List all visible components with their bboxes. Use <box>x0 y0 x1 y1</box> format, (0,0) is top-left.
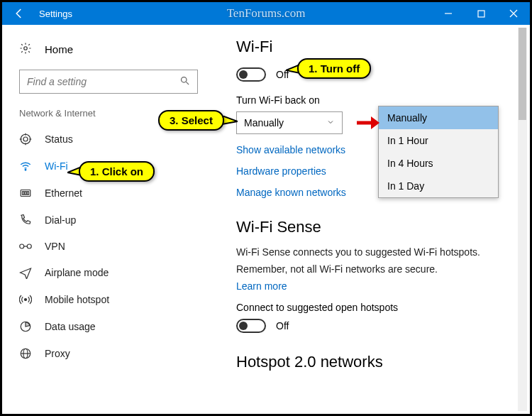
link-learn-more[interactable]: Learn more <box>236 280 523 292</box>
chevron-down-icon <box>326 117 335 128</box>
svg-point-8 <box>23 137 28 141</box>
sense-toggle-label: Connect to suggested open hotspots <box>236 302 523 313</box>
sidebar-item-label: Proxy <box>45 348 70 359</box>
search-input[interactable] <box>27 76 179 87</box>
callout-turn-off: 1. Turn off <box>297 58 371 79</box>
sidebar-item-label: VPN <box>45 241 65 252</box>
scrollbar[interactable] <box>518 28 527 411</box>
home-button[interactable]: Home <box>2 36 215 67</box>
svg-point-21 <box>25 299 27 301</box>
content-pane: Wi-Fi Off Turn Wi-Fi back on Manually Sh… <box>215 25 530 414</box>
wifi-icon <box>19 160 32 173</box>
titlebar: Settings TenForums.com <box>2 2 530 25</box>
sense-toggle-state: Off <box>276 320 289 332</box>
svg-point-5 <box>182 77 187 83</box>
sense-text1: Wi-Fi Sense connects you to suggested Wi… <box>236 246 523 258</box>
vpn-icon <box>19 241 32 251</box>
sidebar-item-hotspot[interactable]: Mobile hotspot <box>2 286 215 313</box>
hotspot-icon <box>19 293 32 306</box>
back-button[interactable] <box>2 2 36 25</box>
svg-rect-17 <box>27 192 28 195</box>
callout-tail <box>222 116 238 126</box>
scrollbar-thumb[interactable] <box>519 28 526 120</box>
svg-rect-1 <box>478 11 484 17</box>
dropdown-option[interactable]: In 4 Hours <box>379 152 498 175</box>
callout-click-on: 1. Click on <box>79 161 155 182</box>
svg-point-13 <box>25 170 26 171</box>
sidebar-item-proxy[interactable]: Proxy <box>2 340 215 367</box>
dropdown-option[interactable]: In 1 Day <box>379 175 498 197</box>
sidebar-item-dialup[interactable]: Dial-up <box>2 207 215 234</box>
svg-line-6 <box>186 82 189 84</box>
svg-point-19 <box>27 244 31 248</box>
svg-rect-15 <box>23 192 24 195</box>
svg-point-4 <box>24 47 28 50</box>
sidebar-item-airplane[interactable]: Airplane mode <box>2 259 215 286</box>
sidebar: Home Network & Internet Status Wi-Fi Eth… <box>2 25 215 414</box>
window-title: Settings <box>39 9 72 19</box>
airplane-icon <box>19 266 32 279</box>
sidebar-item-label: Wi-Fi <box>45 160 68 172</box>
phone-icon <box>19 214 32 226</box>
sense-text2: Remember, not all Wi-Fi networks are sec… <box>236 263 523 275</box>
sidebar-item-label: Mobile hotspot <box>45 294 109 305</box>
dropdown-value: Manually <box>244 117 284 128</box>
sidebar-item-vpn[interactable]: VPN <box>2 234 215 259</box>
svg-point-18 <box>20 244 24 248</box>
sidebar-item-label: Dial-up <box>45 214 76 226</box>
wifi-toggle[interactable] <box>236 67 266 82</box>
search-icon <box>179 75 190 88</box>
dropdown-option[interactable]: Manually <box>379 106 498 129</box>
turn-back-label: Turn Wi-Fi back on <box>236 94 523 106</box>
hotspot2-heading: Hotspot 2.0 networks <box>236 353 523 371</box>
sense-toggle[interactable] <box>236 319 266 333</box>
svg-rect-16 <box>25 192 26 195</box>
callout-select: 3. Select <box>158 110 224 131</box>
sidebar-item-data[interactable]: Data usage <box>2 313 215 340</box>
gear-icon <box>19 42 32 57</box>
status-icon <box>19 133 32 146</box>
maximize-button[interactable] <box>465 2 497 25</box>
arrow-icon <box>355 114 379 131</box>
turn-back-dropdown[interactable]: Manually <box>236 111 343 134</box>
svg-point-7 <box>21 134 31 144</box>
page-title: Wi-Fi <box>236 38 523 56</box>
sidebar-item-label: Airplane mode <box>45 267 109 278</box>
sidebar-item-label: Status <box>45 133 73 145</box>
close-button[interactable] <box>497 2 530 25</box>
minimize-button[interactable] <box>432 2 465 25</box>
sidebar-item-label: Ethernet <box>45 187 82 199</box>
proxy-icon <box>19 347 32 360</box>
dropdown-popup: Manually In 1 Hour In 4 Hours In 1 Day <box>378 106 499 198</box>
wifi-sense-heading: Wi-Fi Sense <box>236 218 523 236</box>
svg-marker-30 <box>222 116 238 124</box>
ethernet-icon <box>19 187 32 199</box>
watermark: TenForums.com <box>227 6 306 21</box>
data-icon <box>19 320 32 333</box>
sidebar-item-label: Data usage <box>45 321 96 332</box>
dropdown-option[interactable]: In 1 Hour <box>379 129 498 152</box>
search-box[interactable] <box>19 70 198 94</box>
sidebar-item-ethernet[interactable]: Ethernet <box>2 180 215 207</box>
home-label: Home <box>45 43 73 55</box>
svg-marker-27 <box>371 116 379 129</box>
